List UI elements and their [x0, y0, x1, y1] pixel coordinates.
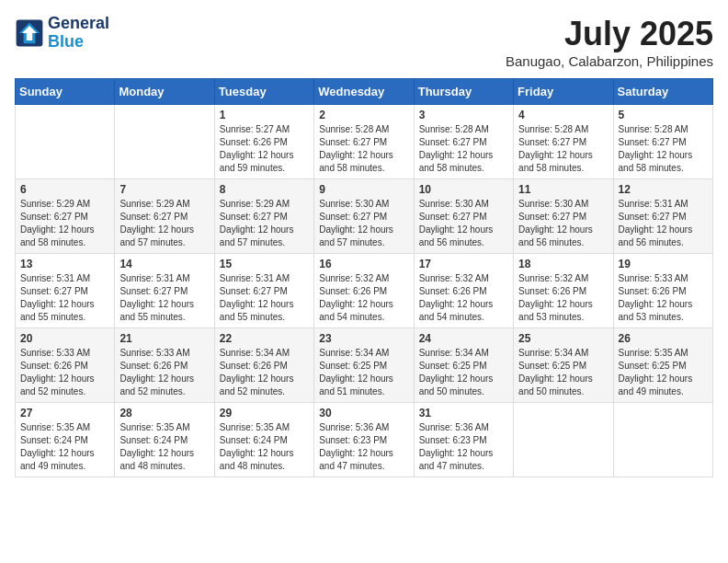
calendar-table: SundayMondayTuesdayWednesdayThursdayFrid… — [15, 78, 713, 477]
calendar-cell: 25Sunrise: 5:34 AM Sunset: 6:25 PM Dayli… — [514, 328, 613, 403]
day-info: Sunrise: 5:30 AM Sunset: 6:27 PM Dayligh… — [518, 198, 608, 249]
logo-text: General Blue — [48, 15, 109, 52]
calendar-cell: 29Sunrise: 5:35 AM Sunset: 6:24 PM Dayli… — [214, 403, 313, 477]
calendar-cell: 27Sunrise: 5:35 AM Sunset: 6:24 PM Dayli… — [16, 403, 115, 477]
day-info: Sunrise: 5:28 AM Sunset: 6:27 PM Dayligh… — [419, 123, 508, 175]
calendar-cell: 26Sunrise: 5:35 AM Sunset: 6:25 PM Dayli… — [613, 328, 712, 403]
day-info: Sunrise: 5:29 AM Sunset: 6:27 PM Dayligh… — [119, 198, 209, 249]
day-number: 30 — [319, 407, 408, 419]
calendar-cell: 22Sunrise: 5:34 AM Sunset: 6:26 PM Dayli… — [214, 328, 313, 403]
day-info: Sunrise: 5:29 AM Sunset: 6:27 PM Dayligh… — [20, 198, 109, 249]
day-info: Sunrise: 5:32 AM Sunset: 6:26 PM Dayligh… — [419, 272, 508, 324]
calendar-cell: 7Sunrise: 5:29 AM Sunset: 6:27 PM Daylig… — [115, 179, 214, 254]
calendar-week-row: 20Sunrise: 5:33 AM Sunset: 6:26 PM Dayli… — [16, 328, 713, 403]
day-number: 31 — [419, 407, 508, 419]
day-number: 10 — [419, 183, 508, 196]
day-info: Sunrise: 5:33 AM Sunset: 6:26 PM Dayligh… — [619, 272, 708, 324]
page-header: General Blue July 2025 Banugao, Calabarz… — [15, 15, 713, 69]
calendar-cell — [115, 105, 214, 179]
day-number: 18 — [518, 258, 608, 270]
day-number: 8 — [220, 183, 309, 196]
day-number: 1 — [220, 109, 309, 121]
day-info: Sunrise: 5:28 AM Sunset: 6:27 PM Dayligh… — [619, 123, 708, 175]
calendar-cell: 12Sunrise: 5:31 AM Sunset: 6:27 PM Dayli… — [613, 179, 712, 254]
calendar-cell: 24Sunrise: 5:34 AM Sunset: 6:25 PM Dayli… — [414, 328, 513, 403]
calendar-cell: 19Sunrise: 5:33 AM Sunset: 6:26 PM Dayli… — [613, 254, 712, 328]
day-info: Sunrise: 5:34 AM Sunset: 6:25 PM Dayligh… — [518, 347, 608, 398]
calendar-week-row: 13Sunrise: 5:31 AM Sunset: 6:27 PM Dayli… — [16, 254, 713, 328]
day-number: 28 — [119, 407, 209, 419]
day-info: Sunrise: 5:27 AM Sunset: 6:26 PM Dayligh… — [220, 123, 309, 175]
day-info: Sunrise: 5:35 AM Sunset: 6:24 PM Dayligh… — [220, 421, 309, 473]
day-number: 6 — [20, 183, 109, 196]
day-number: 14 — [119, 258, 209, 270]
day-number: 21 — [119, 332, 209, 345]
day-info: Sunrise: 5:33 AM Sunset: 6:26 PM Dayligh… — [119, 347, 209, 398]
calendar-cell: 5Sunrise: 5:28 AM Sunset: 6:27 PM Daylig… — [613, 105, 712, 179]
day-info: Sunrise: 5:31 AM Sunset: 6:27 PM Dayligh… — [119, 272, 209, 324]
day-info: Sunrise: 5:32 AM Sunset: 6:26 PM Dayligh… — [518, 272, 608, 324]
calendar-cell: 10Sunrise: 5:30 AM Sunset: 6:27 PM Dayli… — [414, 179, 513, 254]
calendar-cell: 11Sunrise: 5:30 AM Sunset: 6:27 PM Dayli… — [514, 179, 613, 254]
calendar-cell: 18Sunrise: 5:32 AM Sunset: 6:26 PM Dayli… — [514, 254, 613, 328]
calendar-cell: 31Sunrise: 5:36 AM Sunset: 6:23 PM Dayli… — [414, 403, 513, 477]
location: Banugao, Calabarzon, Philippines — [506, 53, 713, 69]
day-info: Sunrise: 5:30 AM Sunset: 6:27 PM Dayligh… — [319, 198, 408, 249]
day-info: Sunrise: 5:35 AM Sunset: 6:24 PM Dayligh… — [20, 421, 109, 473]
month-title: July 2025 — [506, 15, 713, 53]
day-info: Sunrise: 5:28 AM Sunset: 6:27 PM Dayligh… — [518, 123, 608, 175]
calendar-header-row: SundayMondayTuesdayWednesdayThursdayFrid… — [16, 79, 713, 105]
day-number: 27 — [20, 407, 109, 419]
day-number: 15 — [220, 258, 309, 270]
logo-icon — [15, 18, 44, 48]
day-info: Sunrise: 5:29 AM Sunset: 6:27 PM Dayligh… — [220, 198, 309, 249]
day-number: 4 — [518, 109, 608, 121]
weekday-header: Friday — [514, 79, 613, 105]
calendar-cell: 15Sunrise: 5:31 AM Sunset: 6:27 PM Dayli… — [214, 254, 313, 328]
day-info: Sunrise: 5:28 AM Sunset: 6:27 PM Dayligh… — [319, 123, 408, 175]
day-info: Sunrise: 5:35 AM Sunset: 6:24 PM Dayligh… — [119, 421, 209, 473]
calendar-cell: 16Sunrise: 5:32 AM Sunset: 6:26 PM Dayli… — [314, 254, 414, 328]
weekday-header: Wednesday — [314, 79, 414, 105]
calendar-cell: 9Sunrise: 5:30 AM Sunset: 6:27 PM Daylig… — [314, 179, 414, 254]
calendar-week-row: 27Sunrise: 5:35 AM Sunset: 6:24 PM Dayli… — [16, 403, 713, 477]
day-info: Sunrise: 5:33 AM Sunset: 6:26 PM Dayligh… — [20, 347, 109, 398]
calendar-cell: 14Sunrise: 5:31 AM Sunset: 6:27 PM Dayli… — [115, 254, 214, 328]
calendar-cell — [16, 105, 115, 179]
day-info: Sunrise: 5:34 AM Sunset: 6:26 PM Dayligh… — [220, 347, 309, 398]
day-number: 11 — [518, 183, 608, 196]
calendar-cell: 2Sunrise: 5:28 AM Sunset: 6:27 PM Daylig… — [314, 105, 414, 179]
day-info: Sunrise: 5:32 AM Sunset: 6:26 PM Dayligh… — [319, 272, 408, 324]
calendar-cell: 3Sunrise: 5:28 AM Sunset: 6:27 PM Daylig… — [414, 105, 513, 179]
day-info: Sunrise: 5:31 AM Sunset: 6:27 PM Dayligh… — [619, 198, 708, 249]
calendar-cell: 6Sunrise: 5:29 AM Sunset: 6:27 PM Daylig… — [16, 179, 115, 254]
weekday-header: Thursday — [414, 79, 513, 105]
calendar-cell: 1Sunrise: 5:27 AM Sunset: 6:26 PM Daylig… — [214, 105, 313, 179]
day-info: Sunrise: 5:31 AM Sunset: 6:27 PM Dayligh… — [20, 272, 109, 324]
calendar-week-row: 1Sunrise: 5:27 AM Sunset: 6:26 PM Daylig… — [16, 105, 713, 179]
day-number: 26 — [619, 332, 708, 345]
day-info: Sunrise: 5:30 AM Sunset: 6:27 PM Dayligh… — [419, 198, 508, 249]
day-number: 29 — [220, 407, 309, 419]
weekday-header: Tuesday — [214, 79, 313, 105]
day-number: 17 — [419, 258, 508, 270]
calendar-cell: 8Sunrise: 5:29 AM Sunset: 6:27 PM Daylig… — [214, 179, 313, 254]
calendar-cell: 17Sunrise: 5:32 AM Sunset: 6:26 PM Dayli… — [414, 254, 513, 328]
day-number: 3 — [419, 109, 508, 121]
day-info: Sunrise: 5:34 AM Sunset: 6:25 PM Dayligh… — [419, 347, 508, 398]
weekday-header: Monday — [115, 79, 214, 105]
calendar-cell: 20Sunrise: 5:33 AM Sunset: 6:26 PM Dayli… — [16, 328, 115, 403]
calendar-cell: 13Sunrise: 5:31 AM Sunset: 6:27 PM Dayli… — [16, 254, 115, 328]
day-number: 23 — [319, 332, 408, 345]
title-block: July 2025 Banugao, Calabarzon, Philippin… — [506, 15, 713, 69]
day-number: 22 — [220, 332, 309, 345]
day-number: 7 — [119, 183, 209, 196]
logo: General Blue — [15, 15, 109, 52]
day-number: 16 — [319, 258, 408, 270]
day-number: 9 — [319, 183, 408, 196]
day-info: Sunrise: 5:34 AM Sunset: 6:25 PM Dayligh… — [319, 347, 408, 398]
calendar-cell: 30Sunrise: 5:36 AM Sunset: 6:23 PM Dayli… — [314, 403, 414, 477]
day-info: Sunrise: 5:36 AM Sunset: 6:23 PM Dayligh… — [319, 421, 408, 473]
day-number: 24 — [419, 332, 508, 345]
day-number: 5 — [619, 109, 708, 121]
